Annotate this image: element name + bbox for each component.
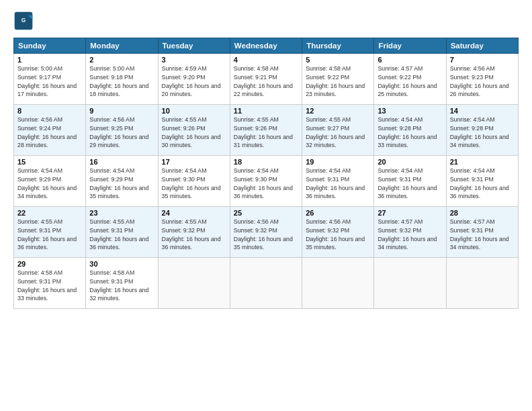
- calendar-cell: 3Sunrise: 4:59 AM Sunset: 9:20 PM Daylig…: [158, 54, 230, 105]
- calendar-cell: 6Sunrise: 4:57 AM Sunset: 9:22 PM Daylig…: [374, 54, 446, 105]
- calendar-body: 1Sunrise: 5:00 AM Sunset: 9:17 PM Daylig…: [14, 54, 519, 309]
- day-number: 13: [378, 107, 442, 115]
- day-info: Sunrise: 4:56 AM Sunset: 9:24 PM Dayligh…: [17, 116, 82, 150]
- day-number: 17: [162, 158, 226, 166]
- day-number: 25: [234, 209, 298, 217]
- day-number: 2: [89, 56, 154, 64]
- day-number: 7: [450, 56, 515, 64]
- calendar-cell: 8Sunrise: 4:56 AM Sunset: 9:24 PM Daylig…: [14, 105, 86, 156]
- calendar-table: SundayMondayTuesdayWednesdayThursdayFrid…: [13, 38, 519, 309]
- day-number: 8: [17, 107, 82, 115]
- weekday-header-tuesday: Tuesday: [158, 38, 230, 54]
- calendar-cell: 9Sunrise: 4:56 AM Sunset: 9:25 PM Daylig…: [86, 105, 158, 156]
- calendar-cell: 20Sunrise: 4:54 AM Sunset: 9:31 PM Dayli…: [374, 156, 446, 207]
- day-number: 27: [378, 209, 442, 217]
- day-info: Sunrise: 4:54 AM Sunset: 9:31 PM Dayligh…: [378, 167, 442, 201]
- day-info: Sunrise: 4:56 AM Sunset: 9:25 PM Dayligh…: [89, 116, 154, 150]
- day-info: Sunrise: 4:57 AM Sunset: 9:31 PM Dayligh…: [450, 218, 515, 252]
- calendar-cell: 14Sunrise: 4:54 AM Sunset: 9:28 PM Dayli…: [446, 105, 518, 156]
- calendar-cell: [446, 258, 518, 309]
- day-info: Sunrise: 4:54 AM Sunset: 9:29 PM Dayligh…: [89, 167, 154, 201]
- calendar-cell: 29Sunrise: 4:58 AM Sunset: 9:31 PM Dayli…: [14, 258, 86, 309]
- weekday-header-monday: Monday: [86, 38, 158, 54]
- day-info: Sunrise: 4:55 AM Sunset: 9:31 PM Dayligh…: [17, 218, 82, 252]
- day-info: Sunrise: 4:55 AM Sunset: 9:32 PM Dayligh…: [162, 218, 226, 252]
- day-info: Sunrise: 4:57 AM Sunset: 9:32 PM Dayligh…: [378, 218, 442, 252]
- day-info: Sunrise: 4:54 AM Sunset: 9:30 PM Dayligh…: [162, 167, 226, 201]
- page: G SundayMondayTuesdayWednesdayThursdayFr…: [0, 0, 532, 411]
- calendar-cell: 23Sunrise: 4:55 AM Sunset: 9:31 PM Dayli…: [86, 207, 158, 258]
- calendar-week-2: 8Sunrise: 4:56 AM Sunset: 9:24 PM Daylig…: [14, 105, 519, 156]
- calendar-cell: 30Sunrise: 4:58 AM Sunset: 9:31 PM Dayli…: [86, 258, 158, 309]
- day-number: 6: [378, 56, 442, 64]
- calendar-cell: 22Sunrise: 4:55 AM Sunset: 9:31 PM Dayli…: [14, 207, 86, 258]
- svg-text:G: G: [21, 17, 26, 24]
- logo: G: [13, 11, 36, 31]
- day-number: 10: [162, 107, 226, 115]
- calendar-cell: 27Sunrise: 4:57 AM Sunset: 9:32 PM Dayli…: [374, 207, 446, 258]
- day-info: Sunrise: 4:54 AM Sunset: 9:31 PM Dayligh…: [306, 167, 370, 201]
- calendar-cell: [374, 258, 446, 309]
- day-number: 3: [162, 56, 226, 64]
- calendar-week-4: 22Sunrise: 4:55 AM Sunset: 9:31 PM Dayli…: [14, 207, 519, 258]
- day-number: 15: [17, 158, 82, 166]
- day-number: 22: [17, 209, 82, 217]
- calendar-cell: 24Sunrise: 4:55 AM Sunset: 9:32 PM Dayli…: [158, 207, 230, 258]
- day-number: 28: [450, 209, 515, 217]
- calendar-cell: 28Sunrise: 4:57 AM Sunset: 9:31 PM Dayli…: [446, 207, 518, 258]
- day-info: Sunrise: 4:54 AM Sunset: 9:28 PM Dayligh…: [378, 116, 442, 150]
- logo-icon: G: [13, 11, 34, 31]
- weekday-header-thursday: Thursday: [302, 38, 374, 54]
- day-info: Sunrise: 4:57 AM Sunset: 9:22 PM Dayligh…: [378, 64, 442, 99]
- day-number: 19: [306, 158, 370, 166]
- calendar-cell: 7Sunrise: 4:56 AM Sunset: 9:23 PM Daylig…: [446, 54, 518, 105]
- calendar-cell: 11Sunrise: 4:55 AM Sunset: 9:26 PM Dayli…: [230, 105, 302, 156]
- calendar-cell: 2Sunrise: 5:00 AM Sunset: 9:18 PM Daylig…: [86, 54, 158, 105]
- day-number: 5: [306, 56, 370, 64]
- day-info: Sunrise: 4:54 AM Sunset: 9:30 PM Dayligh…: [234, 167, 298, 201]
- calendar-cell: [158, 258, 230, 309]
- day-info: Sunrise: 4:58 AM Sunset: 9:21 PM Dayligh…: [234, 64, 298, 99]
- day-number: 20: [378, 158, 442, 166]
- calendar-cell: 12Sunrise: 4:55 AM Sunset: 9:27 PM Dayli…: [302, 105, 374, 156]
- day-number: 30: [89, 260, 154, 268]
- day-number: 12: [306, 107, 370, 115]
- day-info: Sunrise: 5:00 AM Sunset: 9:18 PM Dayligh…: [89, 64, 154, 99]
- weekday-header-wednesday: Wednesday: [230, 38, 302, 54]
- day-info: Sunrise: 4:56 AM Sunset: 9:32 PM Dayligh…: [234, 218, 298, 252]
- calendar-cell: [302, 258, 374, 309]
- day-number: 29: [17, 260, 82, 268]
- day-info: Sunrise: 4:55 AM Sunset: 9:27 PM Dayligh…: [306, 116, 370, 150]
- day-info: Sunrise: 4:56 AM Sunset: 9:32 PM Dayligh…: [306, 218, 370, 252]
- day-info: Sunrise: 4:54 AM Sunset: 9:28 PM Dayligh…: [450, 116, 515, 150]
- day-number: 1: [17, 56, 82, 64]
- calendar-cell: 26Sunrise: 4:56 AM Sunset: 9:32 PM Dayli…: [302, 207, 374, 258]
- day-number: 21: [450, 158, 515, 166]
- calendar-cell: 15Sunrise: 4:54 AM Sunset: 9:29 PM Dayli…: [14, 156, 86, 207]
- day-info: Sunrise: 5:00 AM Sunset: 9:17 PM Dayligh…: [17, 64, 82, 99]
- day-number: 14: [450, 107, 515, 115]
- day-info: Sunrise: 4:59 AM Sunset: 9:20 PM Dayligh…: [162, 64, 226, 99]
- day-info: Sunrise: 4:55 AM Sunset: 9:26 PM Dayligh…: [162, 116, 226, 150]
- calendar-cell: 21Sunrise: 4:54 AM Sunset: 9:31 PM Dayli…: [446, 156, 518, 207]
- calendar-week-3: 15Sunrise: 4:54 AM Sunset: 9:29 PM Dayli…: [14, 156, 519, 207]
- day-info: Sunrise: 4:54 AM Sunset: 9:31 PM Dayligh…: [450, 167, 515, 201]
- day-number: 11: [234, 107, 298, 115]
- calendar-cell: 18Sunrise: 4:54 AM Sunset: 9:30 PM Dayli…: [230, 156, 302, 207]
- calendar-cell: [230, 258, 302, 309]
- day-info: Sunrise: 4:58 AM Sunset: 9:31 PM Dayligh…: [89, 269, 154, 303]
- calendar-header-row: SundayMondayTuesdayWednesdayThursdayFrid…: [14, 38, 519, 54]
- day-info: Sunrise: 4:55 AM Sunset: 9:26 PM Dayligh…: [234, 116, 298, 150]
- day-number: 26: [306, 209, 370, 217]
- calendar-cell: 5Sunrise: 4:58 AM Sunset: 9:22 PM Daylig…: [302, 54, 374, 105]
- day-number: 4: [234, 56, 298, 64]
- day-number: 23: [89, 209, 154, 217]
- day-number: 16: [89, 158, 154, 166]
- day-info: Sunrise: 4:54 AM Sunset: 9:29 PM Dayligh…: [17, 167, 82, 201]
- calendar-week-5: 29Sunrise: 4:58 AM Sunset: 9:31 PM Dayli…: [14, 258, 519, 309]
- day-number: 24: [162, 209, 226, 217]
- calendar-week-1: 1Sunrise: 5:00 AM Sunset: 9:17 PM Daylig…: [14, 54, 519, 105]
- day-info: Sunrise: 4:56 AM Sunset: 9:23 PM Dayligh…: [450, 64, 515, 99]
- day-number: 9: [89, 107, 154, 115]
- header: G: [13, 11, 519, 31]
